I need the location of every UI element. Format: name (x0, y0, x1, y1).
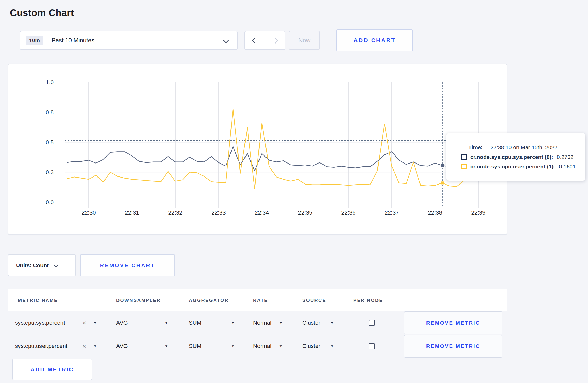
downsampler-caret-icon[interactable]: ▼ (165, 313, 168, 333)
toolbar-divider (8, 31, 8, 50)
add-chart-button[interactable]: ADD CHART (336, 29, 413, 51)
svg-text:22:31: 22:31 (125, 209, 139, 216)
tooltip-series-value: 0.1601 (559, 164, 576, 170)
svg-text:0.8: 0.8 (46, 109, 54, 116)
units-label: Units: Count (16, 262, 49, 268)
svg-text:22:33: 22:33 (211, 209, 226, 216)
aggregator-caret-icon[interactable]: ▼ (231, 313, 235, 333)
metrics-table-header: METRIC NAME DOWNSAMPLER AGGREGATOR RATE … (8, 289, 507, 311)
add-metric-button[interactable]: ADD METRIC (12, 359, 92, 380)
metric-row-sys-percent: sys.cpu.sys.percent × ▼ AVG ▼ SUM ▼ Norm… (8, 311, 507, 335)
remove-metric-button[interactable]: REMOVE METRIC (404, 311, 502, 334)
time-window-selector[interactable]: 10m Past 10 Minutes (20, 31, 238, 50)
page-title: Custom Chart (10, 8, 74, 18)
aggregator-select[interactable]: SUM (189, 335, 201, 358)
svg-text:0.0: 0.0 (46, 199, 54, 205)
source-select[interactable]: Cluster (302, 311, 320, 335)
rate-caret-icon[interactable]: ▼ (279, 336, 283, 356)
downsampler-select[interactable]: AVG (116, 335, 128, 358)
column-header-aggregator: AGGREGATOR (189, 289, 229, 311)
column-header-per-node: PER NODE (353, 289, 383, 311)
chart-tooltip: Time: 22:38:10 on Mar 15th, 2022 cr.node… (446, 133, 585, 181)
svg-text:22:30: 22:30 (81, 209, 96, 216)
chevron-down-icon (54, 263, 58, 267)
metric-name-value[interactable]: sys.cpu.user.percent (15, 335, 67, 358)
tooltip-series-row: cr.node.sys.cpu.sys.percent (0): 0.2732 (461, 154, 585, 160)
downsampler-caret-icon[interactable]: ▼ (165, 336, 168, 356)
metric-name-caret-icon[interactable]: ▼ (93, 313, 97, 333)
time-window-badge: 10m (26, 36, 43, 45)
svg-text:22:38: 22:38 (428, 209, 442, 216)
remove-metric-x-icon[interactable]: × (82, 335, 86, 358)
column-header-downsampler: DOWNSAMPLER (116, 289, 161, 311)
svg-text:22:35: 22:35 (298, 209, 312, 216)
svg-text:1.0: 1.0 (46, 79, 54, 86)
tooltip-time-row: Time: 22:38:10 on Mar 15th, 2022 (468, 144, 585, 151)
time-back-button[interactable] (245, 31, 265, 49)
chevron-down-icon (223, 38, 229, 43)
metric-name-value[interactable]: sys.cpu.sys.percent (15, 311, 65, 335)
rate-select[interactable]: Normal (253, 335, 271, 358)
chevron-right-icon (272, 37, 278, 44)
sys-percent-swatch-icon (461, 154, 467, 160)
tooltip-series-row: cr.node.sys.cpu.user.percent (1): 0.1601 (461, 164, 585, 170)
metric-row-user-percent: sys.cpu.user.percent × ▼ AVG ▼ SUM ▼ Nor… (8, 335, 507, 358)
tooltip-series-name: cr.node.sys.cpu.sys.percent (0): (470, 154, 553, 160)
source-caret-icon[interactable]: ▼ (330, 313, 334, 333)
metric-name-caret-icon[interactable]: ▼ (93, 336, 97, 356)
chart-card: 1.00.80.50.30.022:3022:3122:3222:3322:34… (8, 64, 507, 235)
time-window-label: Past 10 Minutes (52, 37, 94, 44)
svg-text:0.3: 0.3 (46, 169, 54, 175)
svg-text:22:39: 22:39 (471, 209, 485, 216)
downsampler-select[interactable]: AVG (116, 311, 128, 335)
remove-metric-x-icon[interactable]: × (82, 311, 86, 335)
column-header-metric-name: METRIC NAME (18, 289, 58, 311)
remove-chart-button[interactable]: REMOVE CHART (80, 254, 175, 276)
source-caret-icon[interactable]: ▼ (330, 336, 334, 356)
cpu-usage-chart[interactable]: 1.00.80.50.30.022:3022:3122:3222:3322:34… (8, 64, 507, 234)
now-button[interactable]: Now (289, 31, 320, 50)
svg-text:0.5: 0.5 (46, 139, 54, 146)
tooltip-series-name: cr.node.sys.cpu.user.percent (1): (470, 164, 555, 170)
remove-metric-button[interactable]: REMOVE METRIC (404, 335, 502, 358)
source-select[interactable]: Cluster (302, 335, 320, 358)
tooltip-time-value: 22:38:10 on Mar 15th, 2022 (491, 144, 557, 151)
column-header-rate: RATE (253, 289, 268, 311)
user-percent-swatch-icon (461, 164, 467, 169)
tooltip-series-value: 0.2732 (557, 154, 573, 160)
column-header-source: SOURCE (302, 289, 326, 311)
per-node-checkbox[interactable] (369, 343, 375, 349)
rate-select[interactable]: Normal (253, 311, 271, 335)
tooltip-time-label: Time: (468, 144, 483, 151)
per-node-checkbox[interactable] (369, 320, 375, 326)
time-forward-button[interactable] (265, 31, 285, 49)
time-nav-group (244, 31, 285, 50)
svg-text:22:32: 22:32 (168, 209, 182, 216)
svg-text:22:34: 22:34 (255, 209, 269, 216)
chevron-left-icon (252, 37, 258, 44)
units-selector[interactable]: Units: Count (8, 254, 76, 276)
svg-text:22:37: 22:37 (384, 209, 399, 216)
svg-text:22:36: 22:36 (341, 209, 355, 216)
aggregator-caret-icon[interactable]: ▼ (231, 336, 235, 356)
rate-caret-icon[interactable]: ▼ (279, 313, 283, 333)
aggregator-select[interactable]: SUM (189, 311, 201, 335)
